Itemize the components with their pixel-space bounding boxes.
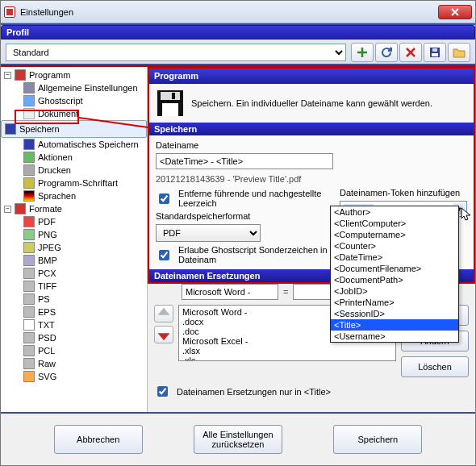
token-option[interactable]: <Username>: [331, 331, 458, 342]
floppy-icon: [23, 139, 35, 150]
pcl-icon: [23, 345, 35, 356]
title-bar: Einstellungen: [1, 1, 475, 23]
tree-item-pcl[interactable]: PCL: [1, 344, 147, 357]
profile-add-button[interactable]: [351, 43, 374, 62]
token-option[interactable]: <Author>: [331, 206, 458, 218]
cb-only-label[interactable]: Dateinamen Ersetzungen nur in <Title>: [148, 381, 475, 406]
cb-gs-label[interactable]: Erlaube Ghostscript Sonderzeichen in Dat…: [156, 245, 333, 264]
tree-item-speichern[interactable]: Speichern: [1, 120, 147, 138]
token-option[interactable]: <JobID>: [331, 285, 458, 297]
token-option[interactable]: <PrinterName>: [331, 297, 458, 308]
tree-item-schriftart[interactable]: Programm-Schriftart: [1, 177, 147, 189]
gear-icon: [23, 152, 35, 163]
cb-only[interactable]: [157, 386, 168, 397]
profile-select[interactable]: Standard: [6, 44, 346, 61]
ersatz-separator: =: [283, 287, 288, 297]
svg-rect-5: [162, 103, 178, 116]
nav-tree[interactable]: − Programm Allgemeine Einstellungen Ghos…: [1, 67, 148, 412]
token-dropdown[interactable]: <Author> <ClientComputer> <Computername>…: [330, 206, 459, 343]
tree-item-drucken[interactable]: Drucken: [1, 164, 147, 177]
psd-icon: [23, 332, 35, 343]
svg-rect-1: [432, 53, 438, 56]
token-option[interactable]: <SessionID>: [331, 308, 458, 319]
programm-description: Speichern. Ein individueller Dateiname k…: [191, 98, 432, 108]
tree-item-raw[interactable]: Raw: [1, 357, 147, 370]
profile-delete-button[interactable]: [399, 43, 422, 62]
cancel-button[interactable]: Abbrechen: [54, 425, 143, 454]
floppy-large-icon: [156, 89, 185, 118]
pcx-icon: [23, 268, 35, 279]
dateiname-label: Dateiname: [156, 140, 333, 150]
reset-button[interactable]: Alle Einstellungen zurücksetzen: [194, 425, 282, 454]
tree-item-eps[interactable]: EPS: [1, 306, 147, 318]
save-button[interactable]: Speichern: [333, 425, 422, 454]
collapse-icon[interactable]: −: [4, 72, 11, 79]
tree-item-allgemeine[interactable]: Allgemeine Einstellungen: [1, 81, 147, 94]
cb-trim-label[interactable]: Entferne führende und nachgestellte Leer…: [156, 189, 333, 208]
token-option[interactable]: <DocumentPath>: [331, 274, 458, 285]
bmp-icon: [23, 255, 35, 266]
tree-item-png[interactable]: PNG: [1, 228, 147, 241]
tree-item-sprachen[interactable]: Sprachen: [1, 189, 147, 202]
cb-trim[interactable]: [159, 193, 169, 204]
tree-item-jpeg[interactable]: JPEG: [1, 241, 147, 254]
tree-item-pcx[interactable]: PCX: [1, 267, 147, 280]
speichern-header: Speichern: [149, 123, 474, 135]
token-option[interactable]: <Computername>: [331, 229, 458, 240]
tree-item-txt[interactable]: TXT: [1, 318, 147, 331]
font-icon: [23, 177, 35, 189]
profile-refresh-button[interactable]: [375, 43, 398, 62]
profile-open-button[interactable]: [448, 43, 470, 62]
tree-item-autospeichern[interactable]: Automatisches Speichern: [1, 138, 147, 151]
dateiname-preview: 20121218143639 - 'Preview Title'.pdf: [156, 173, 333, 185]
cb-gs[interactable]: [159, 250, 169, 260]
formate-icon: [15, 203, 26, 214]
txt-icon: [23, 319, 35, 331]
tree-item-ghostscript[interactable]: Ghostscript: [1, 94, 147, 107]
token-option[interactable]: <Counter>: [331, 240, 458, 252]
tree-item-tiff[interactable]: TIFF: [1, 280, 147, 293]
tree-item-aktionen[interactable]: Aktionen: [1, 151, 147, 164]
window-close-button[interactable]: [438, 5, 472, 19]
svg-rect-4: [161, 92, 180, 100]
tree-item-dokument[interactable]: Dokument: [1, 107, 147, 120]
tree-item-pdf[interactable]: PDF: [1, 215, 147, 228]
tree-root-formate[interactable]: − Formate: [1, 202, 147, 215]
document-icon: [23, 108, 35, 119]
programm-icon: [15, 69, 26, 81]
raw-icon: [23, 358, 35, 369]
app-icon: [4, 6, 15, 18]
format-select[interactable]: PDF: [156, 224, 261, 242]
token-option[interactable]: <DateTime>: [331, 252, 458, 263]
ersatz-from-input[interactable]: [182, 284, 278, 300]
token-option[interactable]: <DocumentFilename>: [331, 263, 458, 274]
dateiname-input[interactable]: [156, 153, 333, 169]
list-item[interactable]: .xls: [181, 356, 394, 361]
token-option[interactable]: <Title>: [331, 319, 458, 331]
pdf-icon: [23, 216, 35, 227]
delete-button[interactable]: Löschen: [401, 356, 469, 377]
list-item[interactable]: .xlsx: [181, 346, 394, 356]
floppy-icon: [5, 123, 16, 135]
svg-rect-2: [432, 48, 437, 52]
window-title: Einstellungen: [20, 7, 438, 17]
flag-icon: [23, 190, 35, 202]
settings-icon: [23, 82, 35, 94]
move-down-button[interactable]: [154, 326, 173, 343]
format-label: Standardspeicherformat: [156, 211, 333, 221]
collapse-icon[interactable]: −: [4, 206, 11, 213]
tree-root-programm[interactable]: − Programm: [1, 69, 147, 81]
tree-item-ps[interactable]: PS: [1, 293, 147, 306]
token-label: Dateinamen-Token hinzufügen: [340, 188, 467, 198]
eps-icon: [23, 306, 35, 318]
token-option[interactable]: <ClientComputer>: [331, 218, 458, 229]
svg-icon: [23, 371, 35, 382]
programm-header: Programm: [149, 69, 474, 84]
move-up-button[interactable]: [154, 305, 173, 322]
tree-item-psd[interactable]: PSD: [1, 331, 147, 344]
svg-rect-6: [172, 93, 175, 99]
profile-save-button[interactable]: [424, 43, 446, 62]
ghostscript-icon: [23, 95, 35, 106]
tree-item-bmp[interactable]: BMP: [1, 254, 147, 267]
tree-item-svg[interactable]: SVG: [1, 370, 147, 383]
